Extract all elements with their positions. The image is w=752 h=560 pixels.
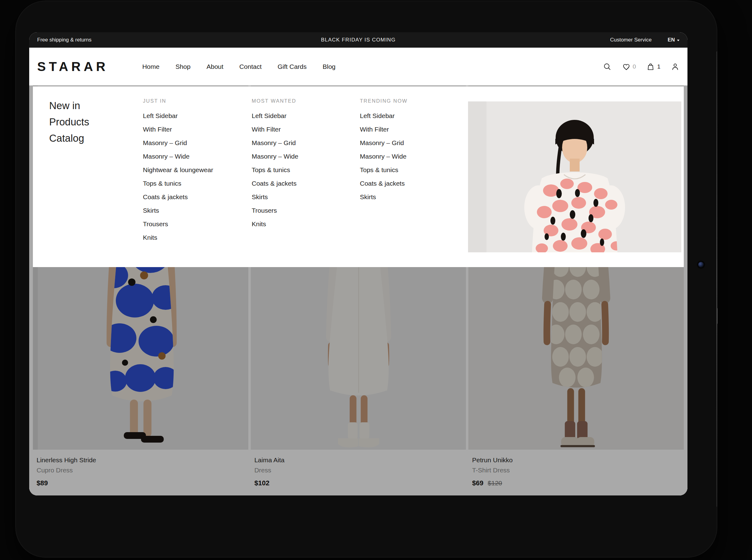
menu-column-title: TRENDING NOW bbox=[360, 98, 461, 104]
mega-menu-item[interactable]: Skirts bbox=[143, 207, 244, 214]
header-actions: 0 1 bbox=[603, 62, 679, 71]
promo-banner: BLACK FRIDAY IS COMING bbox=[321, 37, 395, 43]
main-nav: Home Shop About Contact Gift Cards Blog bbox=[142, 63, 336, 71]
language-label: EN bbox=[668, 37, 675, 43]
nav-link-shop[interactable]: Shop bbox=[176, 63, 190, 71]
nav-link-home[interactable]: Home bbox=[142, 63, 160, 71]
mega-menu-item[interactable]: Left Sidebar bbox=[252, 112, 353, 120]
cart-count: 1 bbox=[657, 63, 660, 70]
search-icon bbox=[603, 62, 612, 71]
brand-logo[interactable]: STARAR bbox=[37, 59, 108, 74]
cart-button[interactable]: 1 bbox=[646, 62, 660, 71]
menu-column-title: JUST IN bbox=[143, 98, 244, 104]
mega-menu-item[interactable]: Coats & jackets bbox=[360, 180, 461, 187]
mega-menu-column-most-wanted: MOST WANTED Left SidebarWith FilterMason… bbox=[252, 98, 353, 234]
menu-item-list: Left SidebarWith FilterMasonry – GridMas… bbox=[360, 112, 461, 201]
language-selector[interactable]: EN bbox=[668, 37, 679, 43]
menu-column-title: MOST WANTED bbox=[252, 98, 353, 104]
mega-menu-item[interactable]: Masonry – Grid bbox=[360, 139, 461, 146]
account-button[interactable] bbox=[671, 62, 679, 71]
mega-menu-promo-image[interactable] bbox=[468, 101, 681, 252]
customer-service-link[interactable]: Customer Service bbox=[610, 37, 651, 43]
mega-menu-item[interactable]: Tops & tunics bbox=[252, 166, 353, 174]
tablet-device-frame: Free shipping & returns BLACK FRIDAY IS … bbox=[16, 1, 717, 557]
pink-floral-dress-model-photo bbox=[468, 101, 681, 252]
mega-menu-item[interactable]: Skirts bbox=[360, 193, 461, 201]
mega-menu-item[interactable]: Left Sidebar bbox=[360, 112, 461, 120]
mega-menu-item[interactable]: Masonry – Wide bbox=[143, 153, 244, 160]
nav-link-blog[interactable]: Blog bbox=[323, 63, 336, 71]
mega-menu-item[interactable]: With Filter bbox=[252, 126, 353, 133]
menu-item-list: Left SidebarWith FilterMasonry – GridMas… bbox=[252, 112, 353, 228]
mega-menu-column-just-in: JUST IN Left SidebarWith FilterMasonry –… bbox=[143, 98, 244, 247]
chevron-down-icon bbox=[677, 40, 679, 41]
nav-link-contact[interactable]: Contact bbox=[239, 63, 262, 71]
wishlist-button[interactable]: 0 bbox=[622, 62, 636, 71]
mega-menu-heading: New in Products Catalog bbox=[49, 97, 109, 146]
announcement-bar: Free shipping & returns BLACK FRIDAY IS … bbox=[29, 32, 688, 48]
heart-icon bbox=[622, 62, 631, 71]
mega-menu-item[interactable]: With Filter bbox=[143, 126, 244, 133]
menu-item-list: Left SidebarWith FilterMasonry – GridMas… bbox=[143, 112, 244, 241]
mega-menu-item[interactable]: Left Sidebar bbox=[143, 112, 244, 120]
mega-menu-item[interactable]: With Filter bbox=[360, 126, 461, 133]
mega-menu-panel: New in Products Catalog JUST IN Left Sid… bbox=[33, 86, 684, 267]
mega-menu-item[interactable]: Trousers bbox=[143, 220, 244, 228]
mega-menu-item[interactable]: Coats & jackets bbox=[252, 180, 353, 187]
front-camera bbox=[698, 262, 704, 267]
mega-menu-item[interactable]: Tops & tunics bbox=[143, 180, 244, 187]
user-icon bbox=[671, 62, 679, 71]
mega-menu-item[interactable]: Skirts bbox=[252, 193, 353, 201]
nav-link-gift-cards[interactable]: Gift Cards bbox=[278, 63, 307, 71]
mega-menu-item[interactable]: Tops & tunics bbox=[360, 166, 461, 174]
nav-link-about[interactable]: About bbox=[206, 63, 223, 71]
mega-menu-column-trending-now: TRENDING NOW Left SidebarWith FilterMaso… bbox=[360, 98, 461, 207]
topbar-utility-nav: Customer Service EN bbox=[610, 37, 679, 43]
mega-menu-item[interactable]: Masonry – Grid bbox=[252, 139, 353, 146]
search-button[interactable] bbox=[603, 62, 612, 71]
wishlist-count: 0 bbox=[633, 63, 636, 70]
bag-icon bbox=[646, 62, 655, 71]
mega-menu-item[interactable]: Trousers bbox=[252, 207, 353, 214]
page-content: Linerless High Stride Cupro Dress $89 bbox=[29, 85, 688, 496]
mega-menu-item[interactable]: Knits bbox=[143, 234, 244, 241]
mega-menu-item[interactable]: Masonry – Grid bbox=[143, 139, 244, 146]
mega-menu-item[interactable]: Masonry – Wide bbox=[252, 153, 353, 160]
device-side-button bbox=[716, 308, 717, 324]
mega-menu-item[interactable]: Nightwear & loungewear bbox=[143, 166, 244, 174]
mega-menu-item[interactable]: Coats & jackets bbox=[143, 193, 244, 201]
shipping-note: Free shipping & returns bbox=[37, 37, 92, 43]
mega-menu-item[interactable]: Knits bbox=[252, 220, 353, 228]
browser-viewport: Free shipping & returns BLACK FRIDAY IS … bbox=[29, 32, 688, 496]
mega-menu-item[interactable]: Masonry – Wide bbox=[360, 153, 461, 160]
main-header: STARAR Home Shop About Contact Gift Card… bbox=[29, 48, 688, 85]
